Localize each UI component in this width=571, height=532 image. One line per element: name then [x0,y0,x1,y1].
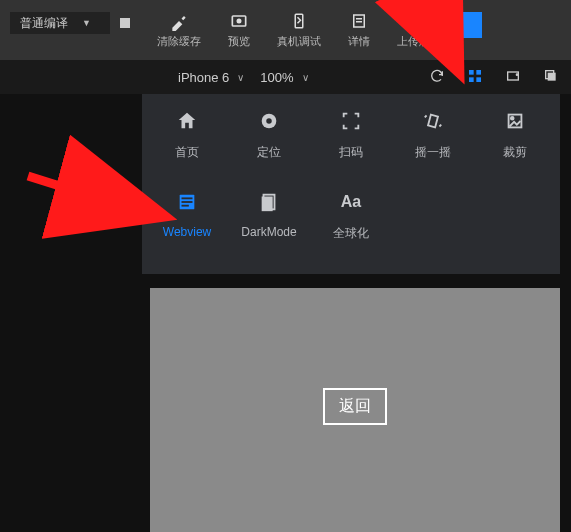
panel-item-scan[interactable]: 扫码 [310,108,392,189]
chevron-down-icon: ∨ [302,72,309,83]
panel-item-crop[interactable]: 裁剪 [474,108,556,189]
details-icon [350,10,368,32]
chevron-down-icon: ∨ [237,72,244,83]
device-debug-button[interactable]: 真机调试 [272,6,326,47]
back-button-label: 返回 [339,397,371,414]
crop-icon [502,108,528,134]
panel-item-label: DarkMode [241,225,296,239]
back-button[interactable]: 返回 [323,388,387,425]
eye-icon [229,10,249,32]
simulator-toolbar: iPhone 6 ∨ 100% ∨ [0,60,571,94]
panel-item-location[interactable]: 定位 [228,108,310,189]
shake-icon [420,108,446,134]
svg-point-1 [237,19,240,22]
chevron-down-icon: ▼ [82,18,91,28]
preview-label: 预览 [228,36,250,47]
zoom-value: 100% [260,70,293,85]
panel-item-label: 摇一摇 [415,144,451,161]
preview-button[interactable]: 预览 [212,6,266,47]
upload-label: 上传版本 [397,36,441,47]
panel-item-label: 定位 [257,144,281,161]
svg-rect-7 [476,77,481,82]
svg-rect-8 [508,72,519,80]
phone-debug-icon [290,10,308,32]
screenshot-icon[interactable] [505,68,521,87]
panel-item-webview[interactable]: Webview [146,189,228,270]
svg-rect-14 [428,115,438,128]
panel-item-label: 首页 [175,144,199,161]
clear-cache-label: 清除缓存 [157,36,201,47]
details-button[interactable]: 详情 [332,6,386,47]
app-grid-icon[interactable] [467,68,483,87]
upload-button[interactable]: 上传版本 [392,6,446,47]
panel-item-label: 裁剪 [503,144,527,161]
panel-item-home[interactable]: 首页 [146,108,228,189]
webview-icon [174,189,200,215]
panel-item-label: Webview [163,225,211,239]
svg-rect-6 [469,77,474,82]
device-debug-label: 真机调试 [277,36,321,47]
panel-item-label: 全球化 [333,225,369,242]
svg-rect-20 [182,205,189,207]
cloud-upload-icon [408,10,430,32]
reload-icon[interactable] [429,68,445,87]
panel-item-darkmode[interactable]: DarkMode [228,189,310,270]
windows-icon[interactable] [543,68,559,87]
svg-point-9 [516,74,517,75]
panel-item-i18n[interactable]: Aa 全球化 [310,189,392,270]
compile-mode-dropdown[interactable]: 普通编译 ▼ [10,12,110,34]
simulator-viewport: 返回 [150,288,560,532]
location-icon [256,108,282,134]
svg-rect-19 [182,201,193,203]
svg-rect-22 [262,197,273,212]
clear-cache-button[interactable]: 清除缓存 [152,6,206,47]
device-name: iPhone 6 [178,70,229,85]
darkmode-icon [256,189,282,215]
top-toolbar: 普通编译 ▼ 清除缓存 预览 真机调试 详情 上传版本 [0,0,571,60]
brush-icon [169,10,189,32]
svg-rect-4 [469,70,474,75]
svg-rect-10 [548,72,556,80]
svg-rect-18 [182,197,193,199]
active-app-indicator[interactable] [456,12,482,38]
svg-rect-5 [476,70,481,75]
device-selector[interactable]: iPhone 6 ∨ [178,70,244,85]
home-icon [174,108,200,134]
panel-item-shake[interactable]: 摇一摇 [392,108,474,189]
compile-mode-label: 普通编译 [20,15,68,32]
svg-point-13 [266,118,272,124]
zoom-selector[interactable]: 100% ∨ [260,70,308,85]
stop-icon[interactable] [120,18,130,28]
svg-point-16 [511,117,514,120]
scan-icon [338,108,364,134]
details-label: 详情 [348,36,370,47]
panel-item-label: 扫码 [339,144,363,161]
globe-text-icon: Aa [338,189,364,215]
features-panel: 首页 定位 扫码 摇一摇 裁剪 Webview DarkMode [142,94,560,274]
